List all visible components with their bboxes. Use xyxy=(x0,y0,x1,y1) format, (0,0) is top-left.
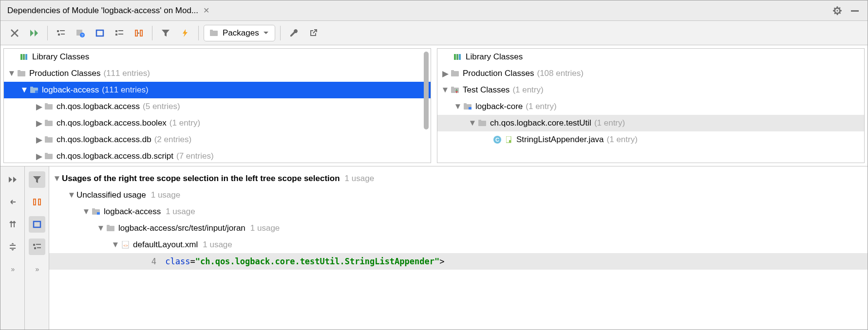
svg-rect-44 xyxy=(478,120,481,121)
collapse-all-button[interactable] xyxy=(4,238,21,255)
library-icon xyxy=(19,53,30,61)
svg-rect-37 xyxy=(451,70,454,72)
scrollbar-thumb[interactable] xyxy=(424,52,429,129)
module-count: (1 entry) xyxy=(526,102,556,111)
svg-rect-57 xyxy=(92,208,95,210)
more-button[interactable]: » xyxy=(29,261,45,277)
expand-arrow-icon[interactable]: ▼ xyxy=(440,85,450,95)
close-tab-icon[interactable]: ✕ xyxy=(203,6,209,15)
svg-rect-10 xyxy=(115,34,117,36)
svg-text:<>: <> xyxy=(123,243,128,248)
prod-count: (111 entries) xyxy=(103,69,150,78)
mark-illegal-button[interactable] xyxy=(92,25,108,41)
expand-arrow-icon[interactable]: ▼ xyxy=(67,190,76,200)
usages-header-row[interactable]: ▼ Usages of the right tree scope selecti… xyxy=(49,170,868,187)
gear-icon[interactable] xyxy=(832,6,842,16)
expand-arrow-icon[interactable]: ▼ xyxy=(453,102,463,111)
svg-rect-36 xyxy=(451,71,459,76)
filter-toggle-button[interactable] xyxy=(29,171,45,188)
package-node[interactable]: ▼ ch.qos.logback.core.testUtil (1 entry) xyxy=(437,115,864,131)
file-count: (1 entry) xyxy=(607,135,638,145)
expand-all-button[interactable] xyxy=(4,216,21,233)
svg-rect-23 xyxy=(30,87,33,88)
package-node[interactable]: ▶ ch.qos.logback.access (5 entries) xyxy=(4,98,431,115)
select-scope-button[interactable] xyxy=(29,216,45,233)
tab[interactable]: Dependencies of Module 'logback-access' … xyxy=(0,0,216,20)
prod-count: (108 entries) xyxy=(537,69,583,78)
autoscroll-button[interactable] xyxy=(131,25,147,41)
expand-arrow-icon[interactable]: ▼ xyxy=(19,85,29,95)
svg-rect-2 xyxy=(60,30,65,31)
test-classes-node[interactable]: ▼ Test Classes (1 entry) xyxy=(437,82,864,98)
svg-rect-0 xyxy=(851,10,859,12)
usages-panel: » » ▼ Usages of the right tree scope sel… xyxy=(0,166,868,330)
svg-rect-4 xyxy=(61,34,65,35)
expand-arrow-icon[interactable]: ▼ xyxy=(468,118,477,128)
file-node[interactable]: C StringListAppender.java (1 entry) xyxy=(437,131,864,148)
usage-module-row[interactable]: ▼ logback-access 1 usage xyxy=(49,203,868,220)
expand-arrow-icon[interactable]: ▼ xyxy=(96,223,106,233)
tab-header: Dependencies of Module 'logback-access' … xyxy=(0,0,868,21)
test-label: Test Classes xyxy=(463,85,509,95)
expand-arrow-icon[interactable]: ▼ xyxy=(52,174,62,183)
module-node-selected[interactable]: ▼ logback-access (111 entries) xyxy=(4,82,431,98)
more-button[interactable]: » xyxy=(4,261,21,277)
prev-button[interactable] xyxy=(4,194,21,210)
filter-button[interactable] xyxy=(157,25,174,41)
minimize-icon[interactable] xyxy=(850,6,860,16)
close-button[interactable] xyxy=(6,25,23,41)
group-button[interactable] xyxy=(111,25,128,41)
toggle-button[interactable] xyxy=(177,25,193,41)
expand-arrow-icon[interactable]: ▼ xyxy=(111,240,120,250)
collapse-arrow-icon[interactable]: ▶ xyxy=(34,151,44,162)
svg-rect-1 xyxy=(57,30,59,32)
group-by-button[interactable] xyxy=(29,238,45,255)
wrench-button[interactable] xyxy=(285,25,302,41)
usage-file-row[interactable]: ▼ <> defaultLayout.xml 1 usage xyxy=(49,237,868,253)
library-classes-node[interactable]: Library Classes xyxy=(4,49,431,65)
package-icon xyxy=(44,153,55,160)
show-illegals-button[interactable]: ? xyxy=(72,25,89,41)
usage-path-row[interactable]: ▼ logback-access/src/test/input/joran 1 … xyxy=(49,220,868,237)
rerun-button[interactable] xyxy=(26,25,42,41)
package-count: (1 entry) xyxy=(170,118,200,128)
svg-rect-14 xyxy=(140,30,142,36)
production-classes-node[interactable]: ▶ Production Classes (108 entries) xyxy=(437,65,864,82)
svg-rect-16 xyxy=(210,30,213,31)
package-node[interactable]: ▶ ch.qos.logback.access.db.script (7 ent… xyxy=(4,148,431,163)
collapse-arrow-icon[interactable]: ▶ xyxy=(34,102,44,112)
package-node[interactable]: ▶ ch.qos.logback.access.db (2 entries) xyxy=(4,131,431,148)
package-icon xyxy=(44,103,55,110)
collapse-arrow-icon[interactable]: ▶ xyxy=(34,118,44,128)
module-label: logback-core xyxy=(475,102,523,111)
prod-label: Production Classes xyxy=(463,69,534,78)
package-node[interactable]: ▶ ch.qos.logback.access.boolex (1 entry) xyxy=(4,115,431,131)
package-label: ch.qos.logback.access xyxy=(57,102,140,111)
usage-code-row[interactable]: 4 class="ch.qos.logback.core.testUtil.St… xyxy=(49,253,868,270)
test-count: (1 entry) xyxy=(512,85,543,95)
expand-arrow-icon[interactable]: ▼ xyxy=(81,207,91,217)
packages-dropdown[interactable]: Packages xyxy=(204,25,275,41)
svg-rect-33 xyxy=(454,54,456,60)
gutter-right: » xyxy=(25,166,49,330)
unclassified-row[interactable]: ▼ Unclassified usage 1 usage xyxy=(49,187,868,203)
library-classes-node[interactable]: Library Classes xyxy=(437,49,864,65)
collapse-arrow-icon[interactable]: ▶ xyxy=(34,135,44,145)
next-occurrence-button[interactable] xyxy=(4,171,21,188)
autoscroll-source-button[interactable] xyxy=(29,194,45,210)
flatten-button[interactable] xyxy=(53,25,69,41)
package-icon xyxy=(477,120,488,127)
svg-rect-50 xyxy=(38,199,40,205)
toolbar: ? Packages xyxy=(0,21,868,45)
svg-rect-27 xyxy=(45,121,53,126)
expand-arrow-icon[interactable]: ▼ xyxy=(7,69,17,78)
svg-rect-24 xyxy=(35,91,38,93)
svg-rect-21 xyxy=(18,70,20,72)
collapse-arrow-icon[interactable]: ▶ xyxy=(440,69,450,79)
library-label: Library Classes xyxy=(466,52,523,62)
export-button[interactable] xyxy=(305,25,321,41)
production-classes-node[interactable]: ▼ Production Classes (111 entries) xyxy=(4,65,431,82)
line-number: 4 xyxy=(147,257,156,266)
module-node[interactable]: ▼ logback-core (1 entry) xyxy=(437,98,864,115)
usage-module-label: logback-access xyxy=(104,207,161,217)
